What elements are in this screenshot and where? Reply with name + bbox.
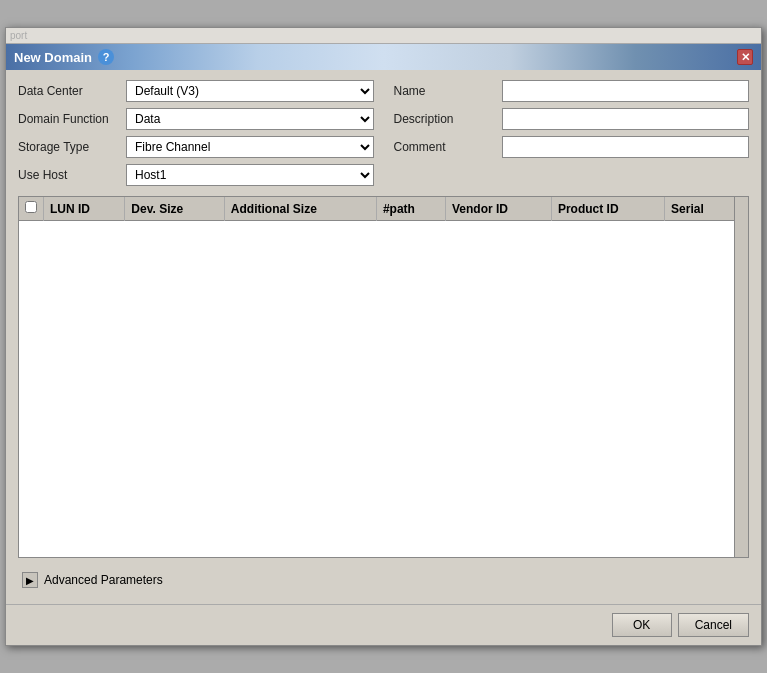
dev-size-header: Dev. Size [125,197,225,221]
help-icon[interactable]: ? [98,49,114,65]
storage-type-row: Storage Type Fibre Channel [18,136,374,158]
name-input[interactable] [502,80,750,102]
comment-input[interactable] [502,136,750,158]
comment-label: Comment [394,140,494,154]
use-host-label: Use Host [18,168,118,182]
dialog-title: New Domain [14,50,92,65]
name-control [502,80,750,102]
domain-function-select[interactable]: Data [126,108,374,130]
data-center-control: Default (V3) [126,80,374,102]
scrollbar[interactable] [734,197,748,557]
close-button[interactable]: ✕ [737,49,753,65]
lun-id-header: LUN ID [44,197,125,221]
table-header-row: LUN ID Dev. Size Additional Size #path V… [19,197,734,221]
form-column-right: Name Description Comment [394,80,750,186]
vendor-id-header: Vendor ID [445,197,551,221]
storage-type-control: Fibre Channel [126,136,374,158]
domain-function-label: Domain Function [18,112,118,126]
domain-function-control: Data [126,108,374,130]
lun-table-section: LUN ID Dev. Size Additional Size #path V… [18,196,749,558]
cancel-button[interactable]: Cancel [678,613,749,637]
advanced-parameters-section[interactable]: ▶ Advanced Parameters [18,566,749,594]
serial-header: Serial [665,197,734,221]
table-wrapper: LUN ID Dev. Size Additional Size #path V… [19,197,748,557]
expand-icon[interactable]: ▶ [22,572,38,588]
title-bar-left: New Domain ? [14,49,114,65]
description-row: Description [394,108,750,130]
description-control [502,108,750,130]
table-container[interactable]: LUN ID Dev. Size Additional Size #path V… [19,197,734,557]
description-label: Description [394,112,494,126]
use-host-select[interactable]: Host1 [126,164,374,186]
additional-size-header: Additional Size [224,197,376,221]
dialog-footer: OK Cancel [6,604,761,645]
name-label: Name [394,84,494,98]
domain-function-row: Domain Function Data [18,108,374,130]
select-all-checkbox[interactable] [25,201,37,213]
form-column-left: Data Center Default (V3) Domain Function… [18,80,374,186]
use-host-control: Host1 [126,164,374,186]
product-id-header: Product ID [551,197,664,221]
ok-button[interactable]: OK [612,613,672,637]
form-grid: Data Center Default (V3) Domain Function… [18,80,749,186]
storage-type-select[interactable]: Fibre Channel [126,136,374,158]
select-all-header[interactable] [19,197,44,221]
path-header: #path [376,197,445,221]
advanced-parameters-label: Advanced Parameters [44,573,163,587]
storage-type-label: Storage Type [18,140,118,154]
data-center-select[interactable]: Default (V3) [126,80,374,102]
data-center-label: Data Center [18,84,118,98]
comment-row: Comment [394,136,750,158]
description-input[interactable] [502,108,750,130]
name-row: Name [394,80,750,102]
data-center-row: Data Center Default (V3) [18,80,374,102]
use-host-row: Use Host Host1 [18,164,374,186]
new-domain-dialog: port New Domain ? ✕ Data Center Default … [5,27,762,646]
dialog-body: Data Center Default (V3) Domain Function… [6,70,761,604]
app-bar: port [6,28,761,44]
lun-table: LUN ID Dev. Size Additional Size #path V… [19,197,734,221]
title-bar: New Domain ? ✕ [6,44,761,70]
comment-control [502,136,750,158]
